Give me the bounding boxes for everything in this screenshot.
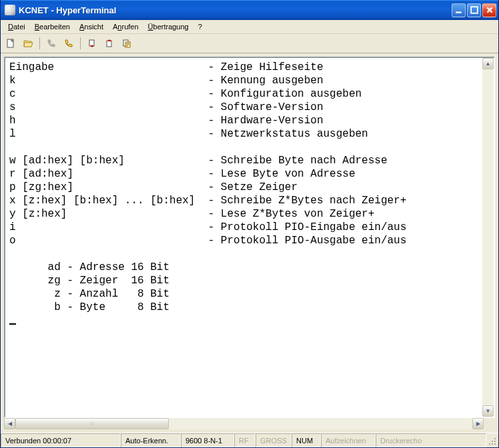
scroll-corner: [484, 418, 495, 429]
status-aufzeichnen: Aufzeichnen: [321, 433, 376, 447]
connect-button[interactable]: [44, 36, 59, 51]
scroll-down-button[interactable]: ▼: [482, 405, 494, 417]
svg-rect-7: [494, 438, 496, 439]
new-file-icon: [5, 38, 16, 49]
window-title: KCNET - HyperTerminal: [19, 5, 452, 15]
svg-rect-3: [89, 40, 94, 46]
resize-grip[interactable]: [486, 433, 498, 447]
properties-icon: [121, 38, 132, 49]
terminal-frame: Eingabe - Zeige Hilfeseite k - Kennung a…: [4, 57, 495, 418]
vertical-scrollbar[interactable]: ▲ ▼: [482, 58, 494, 417]
status-gross: GROSS: [256, 433, 292, 447]
status-params: 9600 8-N-1: [181, 433, 234, 447]
status-rf: RF: [234, 433, 256, 447]
status-druckerecho: Druckerecho: [376, 433, 486, 447]
disconnect-button[interactable]: [61, 36, 76, 51]
scroll-track[interactable]: [482, 69, 494, 405]
send-file-button[interactable]: [85, 36, 99, 51]
close-button[interactable]: [482, 3, 496, 17]
titlebar[interactable]: KCNET - HyperTerminal: [1, 0, 498, 20]
maximize-button[interactable]: [467, 3, 481, 17]
statusbar: Verbunden 00:00:07 Auto-Erkenn. 9600 8-N…: [1, 433, 498, 447]
toolbar: [1, 34, 498, 53]
toolbar-separator: [80, 37, 81, 49]
terminal-output[interactable]: Eingabe - Zeige Hilfeseite k - Kennung a…: [5, 58, 482, 417]
app-window: KCNET - HyperTerminal Datei Bearbeiten A…: [0, 0, 499, 448]
scroll-right-button[interactable]: ▶: [472, 418, 484, 429]
client-area: Eingabe - Zeige Hilfeseite k - Kennung a…: [1, 53, 498, 433]
svg-rect-12: [494, 443, 496, 445]
horizontal-scrollbar[interactable]: ◀ ≡ ▶: [4, 418, 484, 429]
new-file-button[interactable]: [3, 36, 18, 51]
receive-file-icon: [104, 38, 115, 49]
svg-rect-10: [489, 443, 490, 445]
svg-rect-0: [456, 11, 461, 13]
open-folder-icon: [23, 38, 33, 49]
status-num: NUM: [292, 433, 321, 447]
properties-button[interactable]: [119, 36, 134, 51]
phone-connect-icon: [46, 38, 57, 49]
open-file-button[interactable]: [21, 36, 35, 51]
menubar: Datei Bearbeiten Ansicht Anrufen Übertra…: [1, 20, 498, 34]
scroll-track[interactable]: [169, 418, 472, 429]
scroll-up-button[interactable]: ▲: [482, 58, 494, 69]
receive-file-button[interactable]: [102, 36, 117, 51]
toolbar-separator: [39, 37, 40, 49]
svg-rect-4: [107, 41, 111, 47]
terminal-cursor: [9, 314, 16, 325]
minimize-button[interactable]: [452, 3, 466, 17]
svg-rect-11: [492, 443, 493, 445]
menu-bearbeiten[interactable]: Bearbeiten: [30, 21, 75, 32]
scroll-thumb[interactable]: ≡: [15, 418, 169, 429]
status-connected: Verbunden 00:00:07: [1, 433, 121, 447]
menu-anrufen[interactable]: Anrufen: [108, 21, 143, 32]
svg-rect-8: [492, 441, 493, 442]
menu-ansicht[interactable]: Ansicht: [75, 21, 108, 32]
send-file-icon: [87, 38, 97, 49]
app-icon: [5, 5, 15, 15]
menu-datei[interactable]: Datei: [3, 21, 30, 32]
svg-rect-9: [494, 441, 496, 442]
status-auto: Auto-Erkenn.: [121, 433, 181, 447]
menu-hilfe[interactable]: ?: [193, 21, 207, 32]
scroll-left-button[interactable]: ◀: [4, 418, 15, 429]
phone-disconnect-icon: [63, 38, 74, 49]
menu-uebertragung[interactable]: Übertragung: [143, 21, 193, 32]
svg-rect-1: [471, 7, 478, 13]
